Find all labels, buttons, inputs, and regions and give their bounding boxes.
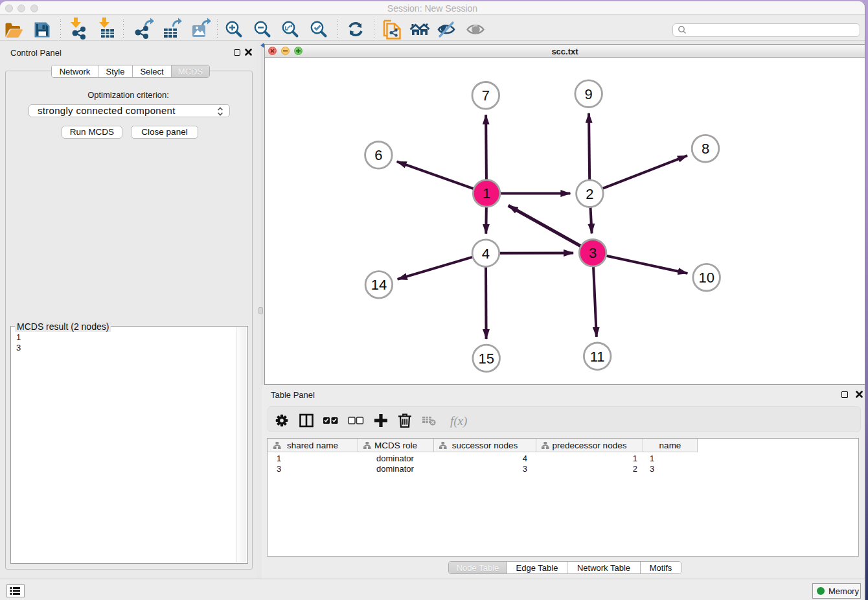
svg-text:9: 9	[585, 86, 593, 102]
svg-text:2: 2	[586, 186, 593, 202]
svg-text:10: 10	[698, 270, 714, 286]
svg-text:8: 8	[702, 141, 709, 157]
svg-text:1: 1	[483, 185, 490, 202]
svg-text:f(x): f(x)	[450, 414, 467, 428]
svg-text:6: 6	[374, 147, 382, 163]
svg-text:3: 3	[589, 245, 597, 261]
svg-text:4: 4	[482, 246, 490, 262]
svg-text:7: 7	[482, 87, 490, 104]
svg-text:11: 11	[590, 349, 605, 365]
svg-text:15: 15	[478, 351, 494, 367]
svg-text:14: 14	[371, 277, 387, 293]
